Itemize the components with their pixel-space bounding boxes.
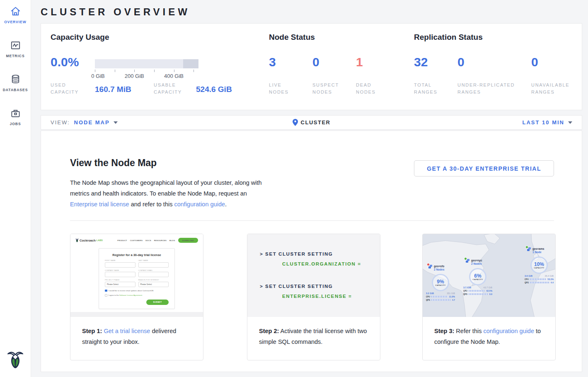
sql-prompt: > SET CLUSTER SETTING bbox=[260, 284, 333, 289]
step-3-caption: Step 3: Refer this configuration guide t… bbox=[423, 317, 555, 347]
screenshot-nav: PRODUCT CUSTOMERS DOCS RESOURCES BLOG DO… bbox=[117, 238, 198, 243]
capacity-axis-labels: 0 GiB 200 GiB 400 GiB bbox=[95, 73, 198, 80]
time-range-value: LAST 10 MIN bbox=[523, 119, 564, 126]
sidebar: OVERVIEW METRICS DATABASES JOBS bbox=[0, 0, 31, 377]
screenshot-footer bbox=[70, 312, 203, 317]
step-1-screenshot: Cockroach LABS PRODUCT CUSTOMERS DOCS RE… bbox=[70, 234, 203, 317]
sidebar-item-databases[interactable]: DATABASES bbox=[0, 74, 31, 108]
map-gauge-nyc: 6%CAPACITY 3.7 GiB43.7 GiB CPU42.5% QPS0… bbox=[462, 268, 493, 295]
step-1-card: Cockroach LABS PRODUCT CUSTOMERS DOCS RE… bbox=[70, 234, 203, 360]
chevron-down-icon bbox=[568, 121, 572, 124]
metrics-icon bbox=[10, 40, 21, 51]
sidebar-item-label: DATABASES bbox=[3, 88, 28, 92]
node-status-title: Node Status bbox=[269, 33, 315, 42]
unavailable-ranges-value: 0 bbox=[531, 55, 538, 69]
capacity-bar-chart: 0 GiB 200 GiB 400 GiB bbox=[95, 59, 198, 80]
cluster-summary-card: Capacity Usage 0.0% 0 GiB 200 GiB 400 Gi… bbox=[41, 23, 582, 110]
chevron-down-icon bbox=[114, 121, 118, 124]
view-bar: VIEW: NODE MAP CLUSTER LAST 10 MIN bbox=[41, 115, 582, 130]
cluster-breadcrumb[interactable]: CLUSTER bbox=[293, 119, 331, 126]
cluster-breadcrumb-label: CLUSTER bbox=[301, 119, 331, 126]
sidebar-item-metrics[interactable]: METRICS bbox=[0, 40, 31, 74]
usable-capacity-value: 524.6 GiB bbox=[196, 85, 232, 94]
sql-setting: CLUSTER.ORGANIZATION = bbox=[282, 261, 361, 266]
used-capacity-value: 160.7 MiB bbox=[95, 85, 131, 94]
view-label: VIEW: bbox=[51, 119, 70, 126]
sql-prompt: > SET CLUSTER SETTING bbox=[260, 251, 333, 256]
location-pin-icon bbox=[293, 119, 298, 126]
time-range-dropdown[interactable]: LAST 10 MIN bbox=[523, 119, 582, 126]
screenshot-input bbox=[138, 272, 169, 277]
page-title: CLUSTER OVERVIEW bbox=[41, 0, 582, 23]
screenshot-select: Please Select bbox=[138, 282, 169, 287]
screenshot-form-title: Register for a 30-day trial license bbox=[99, 253, 174, 257]
screenshot-input bbox=[105, 262, 136, 268]
capacity-bar bbox=[95, 59, 198, 68]
total-ranges-label: TOTALRANGES bbox=[414, 82, 460, 96]
node-map-section: View the Node Map GET A 30-DAY ENTERPRIS… bbox=[41, 130, 582, 372]
cockroach-bug-icon bbox=[75, 238, 79, 242]
under-replicated-value: 0 bbox=[457, 55, 465, 69]
dead-nodes-value: 1 bbox=[356, 55, 363, 69]
axis-tick-label: 400 GiB bbox=[164, 73, 184, 79]
map-node-nyc: geo=nyc2 Nodes bbox=[466, 259, 482, 266]
view-value: NODE MAP bbox=[74, 119, 110, 126]
step-1-caption: Step 1: Get a trial license delivered st… bbox=[70, 317, 203, 347]
sidebar-item-label: OVERVIEW bbox=[4, 20, 27, 24]
screenshot-brand: Cockroach LABS bbox=[75, 238, 103, 242]
status-dot-green bbox=[525, 246, 528, 249]
step-3-card: geo=sfo2 Nodes 9%CAPACITY 3.2 GiB351 GiB… bbox=[422, 234, 556, 360]
map-gauge-ams: 10%CAPACITY 3.6 GiB36.4 GiB CPU53.3% QPS… bbox=[524, 256, 554, 284]
screenshot-register-form: Register for a 30-day trial license FIRS… bbox=[99, 248, 175, 309]
home-icon bbox=[10, 6, 21, 17]
suspect-nodes-label: SUSPECTNODES bbox=[312, 82, 358, 96]
enterprise-trial-button[interactable]: GET A 30-DAY ENTERPRISE TRIAL bbox=[414, 160, 554, 176]
section-heading: View the Node Map bbox=[70, 157, 157, 169]
screenshot-submit-button: SUBMIT bbox=[146, 300, 169, 305]
screenshot-input bbox=[105, 272, 136, 277]
replication-status-title: Replication Status bbox=[414, 33, 483, 42]
sidebar-item-label: JOBS bbox=[10, 122, 21, 126]
used-capacity-label: USED CAPACITY bbox=[51, 82, 96, 96]
sql-setting: ENTERPRISE.LICENSE = bbox=[282, 294, 352, 299]
configuration-guide-link[interactable]: configuration guide bbox=[174, 201, 225, 208]
screenshot-input bbox=[138, 262, 169, 268]
capacity-bar-used-segment bbox=[183, 59, 198, 68]
map-node-sfo: geo=sfo2 Nodes bbox=[428, 265, 444, 271]
map-gauge-sfo: 9%CAPACITY 3.2 GiB351 GiB CPU11.0% QPS4.… bbox=[425, 274, 456, 301]
capacity-usage-title: Capacity Usage bbox=[51, 33, 109, 42]
dead-nodes-label: DEADNODES bbox=[356, 82, 402, 96]
status-dot-green bbox=[464, 257, 467, 260]
divider bbox=[70, 220, 554, 221]
step-2-card: > SET CLUSTER SETTING CLUSTER.ORGANIZATI… bbox=[247, 234, 380, 360]
map-node-ams: geo=ams1 Node bbox=[527, 247, 544, 254]
get-trial-license-link[interactable]: Get a trial license bbox=[104, 328, 150, 334]
section-description: The Node Map shows the geographical layo… bbox=[70, 177, 267, 210]
enterprise-trial-license-link[interactable]: Enterprise trial license bbox=[70, 201, 129, 208]
sidebar-item-jobs[interactable]: JOBS bbox=[0, 108, 31, 142]
live-nodes-value: 3 bbox=[269, 55, 276, 69]
step-2-caption: Step 2: Activate the trial license with … bbox=[247, 317, 380, 347]
screenshot-select: Please Select bbox=[105, 282, 136, 287]
database-icon bbox=[10, 74, 21, 85]
capacity-axis-ticks bbox=[95, 70, 198, 72]
sidebar-item-label: METRICS bbox=[6, 54, 24, 58]
live-nodes-label: LIVENODES bbox=[269, 82, 315, 96]
usable-capacity-label: USABLE CAPACITY bbox=[154, 82, 199, 96]
unavailable-ranges-label: UNAVAILABLERANGES bbox=[531, 82, 588, 96]
capacity-percent: 0.0% bbox=[51, 55, 79, 69]
screenshot-checkbox-empty bbox=[105, 294, 107, 297]
suspect-nodes-value: 0 bbox=[312, 55, 319, 69]
axis-tick-label: 0 GiB bbox=[91, 73, 105, 79]
total-ranges-value: 32 bbox=[414, 55, 428, 69]
screenshot-checkbox-checked bbox=[105, 290, 107, 292]
screenshot-download-button: DOWNLOAD bbox=[178, 238, 198, 243]
axis-tick-label: 200 GiB bbox=[125, 73, 144, 79]
main-content: CLUSTER OVERVIEW Capacity Usage 0.0% 0 G… bbox=[31, 0, 588, 377]
screenshot-site-header: Cockroach LABS PRODUCT CUSTOMERS DOCS RE… bbox=[70, 234, 203, 243]
step-3-node-map-preview: geo=sfo2 Nodes 9%CAPACITY 3.2 GiB351 GiB… bbox=[423, 234, 555, 317]
sidebar-item-overview[interactable]: OVERVIEW bbox=[0, 6, 31, 40]
view-dropdown[interactable]: VIEW: NODE MAP bbox=[41, 119, 118, 126]
step-2-sql-block: > SET CLUSTER SETTING CLUSTER.ORGANIZATI… bbox=[247, 234, 380, 317]
configuration-guide-link-2[interactable]: configuration guide bbox=[483, 328, 534, 334]
